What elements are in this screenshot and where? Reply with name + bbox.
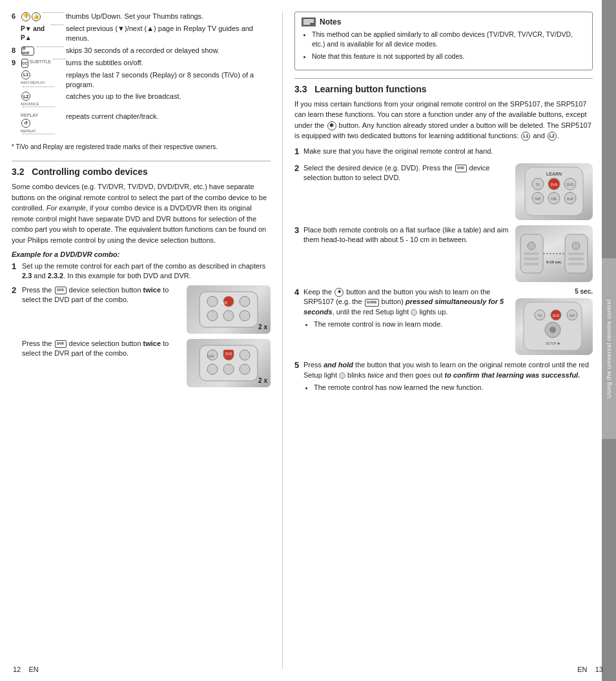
step3-text: Place both remote controls on a flat sur… bbox=[303, 225, 509, 246]
svg-point-13 bbox=[223, 364, 234, 374]
svg-text:TV: TV bbox=[536, 183, 540, 187]
svg-point-56 bbox=[549, 327, 556, 333]
page-footer: 12 EN EN 13 bbox=[0, 666, 616, 673]
section-32-heading: Controlling combo devices bbox=[32, 167, 148, 177]
main-content: 6 👎 👍 thumbs Up/Down. Set your Thumbs ra… bbox=[0, 0, 602, 681]
step4-bullet-1: The remote control is now in learn mode. bbox=[314, 320, 509, 330]
section-32-divider bbox=[12, 161, 271, 161]
svg-text:CBL: CBL bbox=[551, 197, 557, 201]
button-row-6: 6 👎 👍 thumbs Up/Down. Set your Thumbs ra… bbox=[12, 12, 271, 21]
dotted-line-9 bbox=[53, 59, 66, 59]
trademark-note: * TiVo and Replay are registered trade m… bbox=[12, 143, 271, 152]
note-item-2: Note that this feature is not supported … bbox=[312, 52, 586, 61]
l1-icon: L1 bbox=[21, 70, 30, 79]
svg-rect-44 bbox=[568, 258, 584, 260]
remote-step4-svg: TV DVD SAT SETUP ✱ bbox=[520, 301, 588, 352]
notes-header: Notes bbox=[302, 17, 586, 26]
dotted-line-p bbox=[51, 25, 64, 25]
svg-point-37 bbox=[528, 242, 535, 250]
l2-icon-area: L2 ADVANCE bbox=[21, 92, 66, 109]
remote-step3-svg: 5-10 cm. bbox=[518, 228, 590, 280]
svg-text:DVD: DVD bbox=[567, 183, 574, 187]
dvd-button-icon: DVD bbox=[55, 287, 67, 294]
svg-text:SAT: SAT bbox=[535, 197, 540, 201]
step-content-1-r: Make sure that you have the original rem… bbox=[303, 147, 593, 158]
remote-step2-svg: LEARN TV DVR DVD SAT bbox=[522, 166, 586, 218]
svg-rect-21 bbox=[303, 23, 310, 25]
row-desc-p: select previous (▼)/next (▲) page in Rep… bbox=[66, 24, 271, 43]
l2-icon: L2 bbox=[21, 92, 30, 101]
svg-point-4 bbox=[207, 310, 218, 321]
section-32-num: 3.2 bbox=[12, 167, 24, 177]
skip30-icon: 30 SKIP bbox=[21, 46, 34, 56]
step-content-3-r: Place both remote controls on a flat sur… bbox=[303, 225, 593, 282]
thumb-icons: 👎 👍 bbox=[21, 12, 66, 21]
cc-icon: CC bbox=[21, 59, 28, 68]
notes-lines-icon bbox=[302, 17, 316, 26]
learn-button-icon: ✱ bbox=[334, 288, 344, 297]
row-num-8: 8 bbox=[12, 46, 21, 56]
step4-img: 5 sec. TV DVD SAT bbox=[515, 287, 593, 356]
row-num-6: 6 bbox=[12, 12, 21, 21]
row-desc-8: skips 30 seconds of a recorded or delaye… bbox=[66, 46, 271, 56]
right-column: Notes This method can be applied similar… bbox=[283, 12, 593, 669]
svg-rect-43 bbox=[568, 252, 584, 255]
l1-learn-icon: L1 bbox=[521, 132, 530, 141]
notes-title: Notes bbox=[320, 17, 341, 26]
left-page-en: EN bbox=[28, 666, 38, 673]
row-num-9: 9 bbox=[12, 58, 21, 68]
skip30-icon-area: 30 SKIP bbox=[21, 46, 66, 56]
svg-text:5-10 cm.: 5-10 cm. bbox=[546, 260, 562, 264]
row-desc-repeat: repeats current chapter/track. bbox=[66, 112, 271, 136]
step-num-1-r: 1 bbox=[294, 146, 303, 158]
step4-with-img: Keep the ✱ button and the button you wis… bbox=[303, 287, 593, 356]
step-row-2: 2 Select the desired device (e.g. DVD). … bbox=[294, 163, 593, 220]
svg-rect-19 bbox=[303, 19, 314, 21]
step-content-2: Press the DVD device selection button tw… bbox=[22, 285, 271, 387]
section-32-title: 3.2 Controlling combo devices bbox=[12, 167, 271, 177]
svg-point-3 bbox=[240, 296, 250, 307]
thumbdown-icon: 👎 bbox=[21, 12, 30, 21]
svg-text:DVD: DVD bbox=[552, 314, 559, 318]
combo-step-2: 2 Press the DVD device selection button … bbox=[12, 285, 271, 387]
svg-point-1 bbox=[207, 296, 218, 307]
step4-bullets: The remote control is now in learn mode. bbox=[303, 320, 509, 330]
combo-steps-list: 1 Set up the remote control for each par… bbox=[12, 261, 271, 387]
row-desc-l1: replays the last 7 seconds (Replay) or 8… bbox=[66, 70, 271, 90]
svg-text:SAT: SAT bbox=[569, 314, 575, 318]
dotted-line-l2 bbox=[23, 107, 55, 107]
l1-icon-area: L1 INST.REPLAY bbox=[21, 70, 66, 90]
right-page-num: 13 bbox=[595, 666, 603, 673]
section-33-num: 3.3 bbox=[294, 84, 307, 94]
svg-text:DVD: DVD bbox=[225, 352, 232, 356]
left-page-num: 12 bbox=[13, 666, 21, 673]
button-row-9: 9 CC SUBTITLE turns the subtitles on/off… bbox=[12, 58, 271, 68]
repeat-icon: ↺ bbox=[21, 119, 30, 128]
step2b-text: Press the DVR device selection button tw… bbox=[22, 339, 180, 359]
repeat-icon-area: REPLAY ↺ REPEAT bbox=[21, 112, 66, 136]
row-num-repeat bbox=[12, 112, 21, 136]
step-content-4-r: Keep the ✱ button and the button you wis… bbox=[303, 287, 593, 356]
svg-text:DVR: DVR bbox=[207, 354, 214, 358]
note-item-1: This method can be applied similarly to … bbox=[312, 30, 586, 49]
right-page-info: EN 13 bbox=[577, 666, 603, 673]
notes-box: Notes This method can be applied similar… bbox=[294, 12, 593, 70]
button-row-l1: L1 INST.REPLAY replays the last 7 second… bbox=[12, 70, 271, 90]
notes-list: This method can be applied similarly to … bbox=[302, 30, 586, 62]
step2-with-img: Select the desired device (e.g. DVD). Pr… bbox=[303, 163, 593, 220]
svg-point-14 bbox=[240, 364, 250, 374]
svg-rect-45 bbox=[568, 263, 584, 265]
step-content-5-r: Press and hold the button that you wish … bbox=[303, 360, 593, 395]
step2-text: Press the DVD device selection button tw… bbox=[22, 285, 180, 305]
row-num-l2 bbox=[12, 92, 21, 109]
red-light-icon-2 bbox=[339, 372, 345, 379]
combo-step-1: 1 Set up the remote control for each par… bbox=[12, 261, 271, 281]
step-row-4: 4 Keep the ✱ button and the button you w… bbox=[294, 287, 593, 356]
step-content-2-r: Select the desired device (e.g. DVD). Pr… bbox=[303, 163, 593, 220]
guide-button-icon: GUIDE bbox=[365, 299, 379, 307]
step-num-1: 1 bbox=[12, 261, 22, 281]
notes-icon bbox=[302, 17, 316, 26]
page-wrapper: 6 👎 👍 thumbs Up/Down. Set your Thumbs ra… bbox=[0, 0, 616, 681]
dvd-sel-icon: DVD bbox=[455, 165, 467, 172]
step-num-2: 2 bbox=[12, 285, 22, 296]
